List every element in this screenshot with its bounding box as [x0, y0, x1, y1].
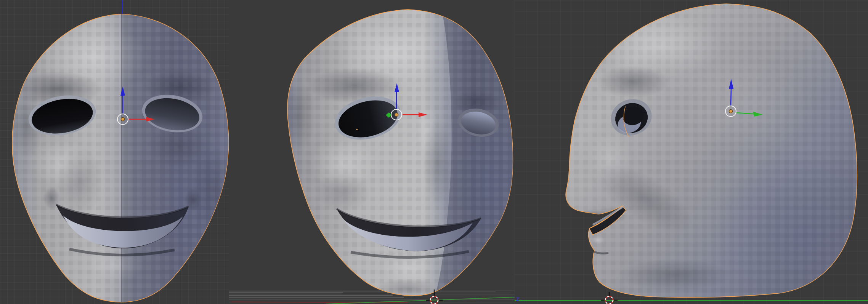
head-model-front[interactable] — [0, 0, 229, 304]
facet-overlay — [515, 0, 868, 304]
facet-overlay — [0, 0, 229, 304]
lower-lip-highlight — [592, 236, 605, 244]
head-model-side[interactable] — [515, 0, 868, 304]
floor-grid — [229, 290, 515, 304]
origin-dot — [395, 113, 398, 117]
viewport-side[interactable]: Z — [515, 0, 868, 304]
viewport-three-quarter[interactable] — [229, 0, 515, 304]
gizmo-z-axis[interactable] — [731, 88, 731, 106]
stage: Z — [0, 0, 868, 304]
facet-overlay — [229, 0, 515, 304]
origin-dot — [121, 118, 125, 121]
viewport-front[interactable] — [0, 0, 229, 304]
mini-axis-z-label: Z — [516, 296, 519, 302]
cursor-3d — [601, 292, 618, 304]
floor-y-axis — [326, 297, 515, 304]
head-model-three-quarter[interactable] — [229, 0, 515, 304]
origin-dot — [729, 110, 733, 113]
